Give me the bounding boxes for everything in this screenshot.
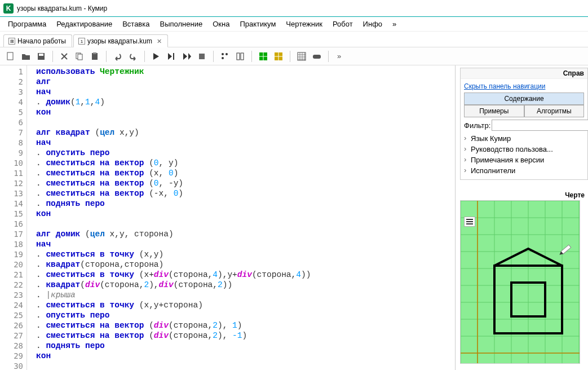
game-button[interactable] xyxy=(311,50,323,63)
right-pane: Справ Скрыть панель навигации Содержание… xyxy=(456,65,588,370)
hide-nav-link[interactable]: Скрыть панель навигации xyxy=(461,79,549,92)
tree-item-guide[interactable]: Руководство пользова... xyxy=(464,144,584,155)
window-title: узоры квадраты.kum - Кумир xyxy=(17,5,107,12)
more-tools-button[interactable]: » xyxy=(334,50,346,63)
menubar: Программа Редактирование Вставка Выполне… xyxy=(0,17,588,32)
tree-item-notes[interactable]: Примечания к версии xyxy=(464,155,584,165)
tab-file-label: узоры квадраты.kum xyxy=(87,37,152,45)
help-panel: Справ Скрыть панель навигации Содержание… xyxy=(460,68,588,180)
menu-robot[interactable]: Робот xyxy=(328,18,357,30)
run-button[interactable] xyxy=(150,50,162,63)
canvas-menu-icon[interactable] xyxy=(464,217,475,227)
app-icon: K xyxy=(3,3,14,14)
menu-insert[interactable]: Вставка xyxy=(118,18,154,30)
cut-button[interactable] xyxy=(58,50,70,63)
svg-rect-13 xyxy=(241,53,244,60)
help-tab-content[interactable]: Содержание xyxy=(464,92,584,105)
menu-more[interactable]: » xyxy=(388,18,401,30)
code-area[interactable]: использовать Чертежникалгнач. домик(1,1,… xyxy=(27,65,455,370)
menu-windows[interactable]: Окна xyxy=(208,18,234,30)
menu-info[interactable]: Инфо xyxy=(359,18,387,30)
svg-rect-0 xyxy=(7,52,13,60)
titlebar: K узоры квадраты.kum - Кумир xyxy=(0,0,588,17)
svg-text:»: » xyxy=(337,52,341,60)
grid1-button[interactable] xyxy=(257,50,269,63)
filter-label: Фильтр: xyxy=(464,121,490,130)
grid3-button[interactable] xyxy=(295,50,308,63)
svg-rect-12 xyxy=(237,53,240,60)
drawer-canvas[interactable] xyxy=(460,200,580,364)
redo-button[interactable] xyxy=(127,50,139,63)
svg-point-9 xyxy=(222,53,224,55)
menu-program[interactable]: Программа xyxy=(3,18,51,30)
tree-item-performers[interactable]: Исполнители xyxy=(464,165,584,176)
tab-file-icon: 1 xyxy=(78,38,85,45)
save-button[interactable] xyxy=(35,50,47,63)
svg-point-11 xyxy=(222,57,224,59)
step-button[interactable] xyxy=(165,50,178,63)
step-over-button[interactable] xyxy=(180,50,193,63)
tab-start[interactable]: ⊞ Начало работы xyxy=(3,34,72,47)
copy-button[interactable] xyxy=(73,50,86,63)
menu-practicum[interactable]: Практикум xyxy=(235,18,280,30)
svg-rect-17 xyxy=(313,55,321,59)
svg-rect-6 xyxy=(93,52,96,54)
menu-edit[interactable]: Редактирование xyxy=(52,18,117,30)
toolbar: » xyxy=(0,47,588,65)
open-button[interactable] xyxy=(20,50,32,63)
grid2-button[interactable] xyxy=(272,50,285,63)
help-title: Справ xyxy=(461,68,587,79)
undo-button[interactable] xyxy=(112,50,124,63)
help-tab-algorithms[interactable]: Алгоритмы xyxy=(524,105,585,117)
svg-point-10 xyxy=(226,53,228,55)
tab-file[interactable]: 1 узоры квадраты.kum ✕ xyxy=(73,34,168,47)
menu-execution[interactable]: Выполнение xyxy=(155,18,207,30)
paste-button[interactable] xyxy=(89,50,101,63)
stop-button[interactable] xyxy=(196,50,208,63)
new-button[interactable] xyxy=(5,50,17,63)
editor-pane: 1234567891011121314151617181920212223242… xyxy=(0,65,456,370)
menu-cher[interactable]: Чертежник xyxy=(281,18,327,30)
tab-start-label: Начало работы xyxy=(17,37,66,45)
tab-start-icon: ⊞ xyxy=(8,38,15,45)
help-tree: Язык Кумир Руководство пользова... Приме… xyxy=(464,133,584,176)
help-tab-examples[interactable]: Примеры xyxy=(464,105,524,117)
filter-input[interactable] xyxy=(492,120,588,131)
layout2-button[interactable] xyxy=(234,50,246,63)
svg-rect-8 xyxy=(199,54,205,59)
svg-rect-7 xyxy=(173,53,174,60)
svg-rect-2 xyxy=(39,54,43,56)
line-gutter: 1234567891011121314151617181920212223242… xyxy=(0,65,27,370)
tree-item-lang[interactable]: Язык Кумир xyxy=(464,133,584,144)
tab-close-icon[interactable]: ✕ xyxy=(157,38,162,45)
drawer-panel: Черте xyxy=(460,190,588,364)
drawer-title: Черте xyxy=(460,190,588,200)
tabs-row: ⊞ Начало работы 1 узоры квадраты.kum ✕ xyxy=(0,32,588,47)
svg-rect-4 xyxy=(78,54,82,60)
layout1-button[interactable] xyxy=(219,50,231,63)
